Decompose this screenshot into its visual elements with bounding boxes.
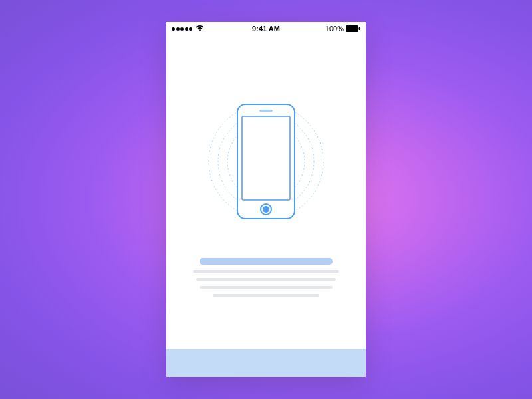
status-bar: 9:41 AM 100% xyxy=(166,22,366,35)
onboarding-content xyxy=(166,35,366,349)
bottom-action-bar[interactable] xyxy=(166,349,366,377)
svg-rect-0 xyxy=(346,25,358,32)
battery-percent-label: 100% xyxy=(325,25,344,33)
status-bar-time: 9:41 AM xyxy=(252,25,280,33)
placeholder-text-block xyxy=(193,258,339,297)
placeholder-title-bar xyxy=(200,258,332,265)
placeholder-body-line xyxy=(193,270,339,273)
placeholder-body-line xyxy=(196,278,336,281)
status-bar-left xyxy=(172,25,204,33)
svg-rect-6 xyxy=(242,116,290,200)
placeholder-body-line xyxy=(213,294,319,297)
signal-strength-icon xyxy=(172,27,192,31)
svg-rect-1 xyxy=(359,27,360,30)
svg-rect-7 xyxy=(259,110,273,112)
svg-point-9 xyxy=(263,206,269,213)
wifi-icon xyxy=(196,25,204,33)
battery-icon xyxy=(346,25,360,32)
placeholder-body-line xyxy=(200,286,332,289)
phone-mockup-frame: 9:41 AM 100% xyxy=(166,22,366,377)
phone-illustration xyxy=(200,95,332,228)
status-bar-right: 100% xyxy=(325,25,360,33)
